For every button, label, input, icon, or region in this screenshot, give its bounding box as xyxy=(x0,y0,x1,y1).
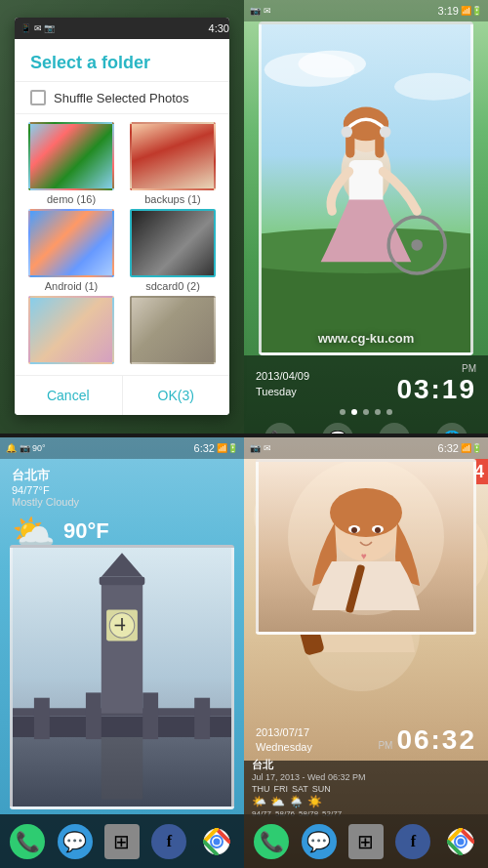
lock-dot-2 xyxy=(351,409,357,415)
weather-status-icons: 🔔 📷 90° xyxy=(6,443,46,453)
shuffle-checkbox[interactable] xyxy=(30,90,46,105)
svg-rect-31 xyxy=(102,737,142,800)
weather-widget-date: Jul 17, 2013 - Wed 06:32 PM xyxy=(252,772,365,782)
right-panel: 📷 ✉ 3:19 📶🔋 xyxy=(244,0,488,434)
lock2-status-bar: 📷 ✉ 6:32 📶🔋 xyxy=(244,437,488,459)
bottom-left-panel: 🔔 📷 90° 6:32 📶🔋 台北市 94/77°F Mostly Cloud… xyxy=(0,437,244,868)
taskbar-right-chrome-icon[interactable] xyxy=(443,824,478,859)
lock2-date-line1: 2013/07/17 xyxy=(256,725,312,740)
lock2-signal-icon: 📶🔋 xyxy=(461,443,482,453)
folder-thumb-extra2 xyxy=(130,296,216,364)
svg-rect-13 xyxy=(349,160,384,205)
lock-status-time: 3:19 xyxy=(438,5,459,17)
lock-phone-icon[interactable]: 📞 xyxy=(264,423,296,434)
folder-item-extra2[interactable] xyxy=(124,296,222,367)
lock2-photo-frame: ♥ xyxy=(256,459,476,635)
folder-grid: demo (16) backups (1) Android (1) sdcard… xyxy=(15,114,229,375)
status-bar-right: 📷 ✉ 3:19 📶🔋 xyxy=(244,0,488,21)
svg-point-11 xyxy=(342,126,353,138)
lock-time-group: 3:19 📶🔋 xyxy=(438,5,482,17)
svg-rect-22 xyxy=(142,692,158,739)
taskbar-fb-icon[interactable]: f xyxy=(151,824,186,859)
lock-date: 2013/04/09 Tuesday xyxy=(256,369,309,399)
svg-point-49 xyxy=(351,527,357,533)
status-bar-left: 📱 ✉ 📷 4:30 📶🔋 xyxy=(15,18,229,39)
lock-icons-row: 📞 💬 ⊞ 🌐 xyxy=(244,419,488,434)
folder-thumb-demo xyxy=(28,122,114,190)
taskbar-apps-icon[interactable]: ⊞ xyxy=(104,824,140,859)
lock-time: 03:19 xyxy=(396,374,476,405)
lock-notif-icons: 📷 ✉ xyxy=(250,6,271,16)
bottom-half: 🔔 📷 90° 6:32 📶🔋 台北市 94/77°F Mostly Cloud… xyxy=(0,437,488,868)
folder-item-backups[interactable]: backups (1) xyxy=(124,122,222,205)
ok-button[interactable]: OK(3) xyxy=(123,376,230,415)
status-icons-group: 📱 ✉ 📷 xyxy=(20,23,55,33)
lock2-time-group: 6:32 📶🔋 xyxy=(438,442,482,454)
taskbar-right-msg-icon[interactable]: 💬 xyxy=(302,824,337,859)
lock2-status-time: 6:32 xyxy=(438,442,459,454)
lock-apps-icon[interactable]: ⊞ xyxy=(379,423,410,434)
folder-name-sdcard: sdcard0 (2) xyxy=(145,280,200,292)
top-half: 📱 ✉ 📷 4:30 📶🔋 Select a folder Shuffle Se… xyxy=(0,0,488,434)
lock-signal-icon: 📶🔋 xyxy=(461,6,482,16)
folder-name-android: Android (1) xyxy=(45,280,98,292)
folder-thumb-android xyxy=(28,209,114,277)
dialog-box: 📱 ✉ 📷 4:30 📶🔋 Select a folder Shuffle Se… xyxy=(15,18,229,415)
svg-point-15 xyxy=(411,239,423,251)
lock-dot-3 xyxy=(363,409,369,415)
lock-dot-4 xyxy=(375,409,381,415)
taskbar-right-apps-icon[interactable]: ⊞ xyxy=(348,824,384,859)
bottom-taskbar-right: 📞 💬 ⊞ f xyxy=(244,814,488,868)
svg-point-2 xyxy=(298,51,366,78)
lock-status-icons: 📷 ✉ xyxy=(250,6,271,16)
weather-temp-range: 94/77°F xyxy=(12,484,232,496)
lock-dot-1 xyxy=(340,409,346,415)
folder-item-sdcard[interactable]: sdcard0 (2) xyxy=(124,209,222,292)
weather-description: Mostly Cloudy xyxy=(12,496,232,508)
violin-frame-svg: ♥ xyxy=(259,462,473,632)
weather-widget-city: 台北 xyxy=(252,758,365,772)
shuffle-label: Shuffle Selected Photos xyxy=(54,91,189,105)
svg-point-47 xyxy=(330,488,402,537)
svg-rect-29 xyxy=(100,577,145,585)
weather-signal-icon: 📶🔋 xyxy=(217,443,238,453)
lock2-time: 06:32 xyxy=(396,724,476,756)
weather-city: 台北市 xyxy=(12,467,232,484)
lockscreen-photo-frame xyxy=(259,21,473,355)
time-group: 4:30 📶🔋 xyxy=(209,22,229,34)
lock-web-icon[interactable]: 🌐 xyxy=(436,423,468,434)
london-photo-svg xyxy=(13,548,231,806)
taskbar-right-fb-icon[interactable]: f xyxy=(395,824,430,859)
bottom-taskbar-left: 📞 💬 ⊞ f xyxy=(0,814,244,868)
lock2-status-icons: 📷 ✉ xyxy=(250,443,271,453)
weather-time-group: 6:32 📶🔋 xyxy=(194,442,238,454)
folder-name-demo: demo (16) xyxy=(47,193,96,205)
weather-temperature: 90°F xyxy=(63,518,109,544)
lock-date-line2: Tuesday xyxy=(256,385,309,399)
svg-rect-23 xyxy=(194,698,210,739)
taskbar-msg-icon[interactable]: 💬 xyxy=(58,824,93,859)
weather-widget-days: THU FRI SAT SUN xyxy=(252,784,365,794)
weather-widget-left: 台北 Jul 17, 2013 - Wed 06:32 PM THU FRI S… xyxy=(252,758,365,818)
taskbar-right-phone-icon[interactable]: 📞 xyxy=(254,824,289,859)
weather-notif-icons: 🔔 📷 90° xyxy=(6,443,46,453)
lock-date-line1: 2013/04/09 xyxy=(256,369,309,384)
dialog-overlay: 📱 ✉ 📷 4:30 📶🔋 Select a folder Shuffle Se… xyxy=(0,0,244,434)
folder-item-extra1[interactable] xyxy=(22,296,120,367)
svg-text:♥: ♥ xyxy=(361,551,367,561)
weather-status-bar: 🔔 📷 90° 6:32 📶🔋 xyxy=(0,437,244,459)
left-panel: 📱 ✉ 📷 4:30 📶🔋 Select a folder Shuffle Se… xyxy=(0,0,244,434)
lock-msg-icon[interactable]: 💬 xyxy=(322,423,353,434)
cancel-button[interactable]: Cancel xyxy=(15,376,123,415)
lockscreen-datetime: 2013/04/09 Tuesday PM 03:19 xyxy=(244,355,488,409)
notification-icons: 📱 ✉ 📷 xyxy=(20,23,55,33)
svg-point-35 xyxy=(213,838,220,845)
folder-item-demo[interactable]: demo (16) xyxy=(22,122,120,205)
status-time: 4:30 xyxy=(209,22,229,34)
svg-rect-24 xyxy=(102,579,142,714)
taskbar-chrome-icon[interactable] xyxy=(199,824,234,859)
shuffle-row[interactable]: Shuffle Selected Photos xyxy=(15,82,229,114)
lock-dot-5 xyxy=(386,409,392,415)
taskbar-phone-icon[interactable]: 📞 xyxy=(10,824,45,859)
folder-item-android[interactable]: Android (1) xyxy=(22,209,120,292)
